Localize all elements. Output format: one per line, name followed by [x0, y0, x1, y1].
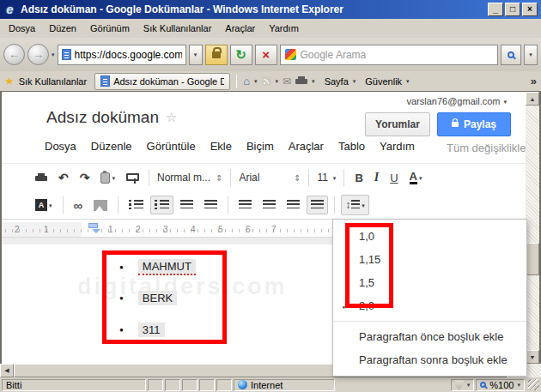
- docs-menu-araclar[interactable]: Araçlar: [289, 140, 324, 153]
- font-size-dropdown[interactable]: 11 ▾: [315, 168, 337, 187]
- page-menu[interactable]: Sayfa: [325, 76, 349, 87]
- ie-menu-yardim[interactable]: Yardım: [262, 21, 306, 36]
- stepper-icon: ⇕: [294, 173, 301, 183]
- add-space-before-item[interactable]: Paragraftan önce boşluk ekle: [333, 325, 526, 348]
- redo-button[interactable]: ↷: [76, 167, 94, 188]
- ie-menu-gorunum[interactable]: Görünüm: [83, 21, 137, 36]
- star-outline-icon[interactable]: ☆: [166, 110, 177, 125]
- ie-menu-sik-kullanilanlar[interactable]: Sık Kullanılanlar: [137, 21, 219, 36]
- home-dropdown-icon[interactable]: ▾: [254, 78, 258, 84]
- italic-button[interactable]: I: [370, 166, 383, 189]
- url-text[interactable]: https://docs.google.com: [75, 49, 182, 61]
- lock-icon: [212, 51, 221, 58]
- docs-menu-bar: Dosya Düzenle Görüntüle Ekle Biçim Araçl…: [45, 140, 415, 153]
- vertical-scroll-thumb[interactable]: [526, 243, 539, 275]
- justify-button[interactable]: [307, 196, 328, 214]
- security-lock-button[interactable]: [205, 45, 228, 65]
- address-bar[interactable]: https://docs.google.com: [58, 45, 186, 65]
- search-button[interactable]: [501, 45, 521, 65]
- document-title[interactable]: Adsız doküman ☆: [46, 108, 177, 127]
- increase-indent-button[interactable]: [200, 196, 222, 214]
- scroll-down-button[interactable]: ▼: [526, 350, 539, 364]
- highlight-color-button[interactable]: A▾: [31, 195, 57, 215]
- share-button[interactable]: Paylaş: [437, 112, 511, 136]
- insert-image-button[interactable]: [89, 196, 112, 215]
- account-menu[interactable]: varslan76@gmail.com ▾: [406, 96, 507, 106]
- print-button[interactable]: [31, 169, 52, 187]
- undo-button[interactable]: ↶: [54, 167, 73, 188]
- docs-menu-tablo[interactable]: Tablo: [338, 140, 365, 153]
- rss-icon[interactable]: [262, 76, 271, 86]
- refresh-button[interactable]: ↻: [230, 45, 252, 65]
- security-menu[interactable]: Güvenlik: [365, 76, 402, 87]
- forward-button[interactable]: →: [27, 44, 49, 65]
- paint-format-button[interactable]: [122, 168, 143, 188]
- stop-button[interactable]: ×: [255, 45, 277, 65]
- search-options-button[interactable]: ▾: [524, 45, 538, 65]
- docs-menu-dosya[interactable]: Dosya: [45, 140, 76, 153]
- address-dropdown-button[interactable]: ▾: [189, 45, 203, 65]
- page-menu-caret[interactable]: ▾: [353, 78, 356, 84]
- ie-menu-araclar[interactable]: Araçlar: [218, 21, 262, 36]
- rss-dropdown-icon[interactable]: ▾: [276, 78, 279, 84]
- docs-menu-ekle[interactable]: Ekle: [210, 140, 232, 153]
- window-title: Adsız doküman - Google Dokümanlar - Wind…: [21, 3, 483, 15]
- ie-menu-duzen[interactable]: Düzen: [42, 21, 83, 36]
- document-title-text[interactable]: Adsız doküman: [46, 108, 159, 127]
- resize-grip[interactable]: [528, 379, 539, 390]
- vertical-scrollbar[interactable]: ▲ ▼: [526, 92, 539, 364]
- maximize-button[interactable]: □: [505, 3, 520, 16]
- comments-button[interactable]: Yorumlar: [365, 112, 430, 136]
- favorites-star-icon[interactable]: ★: [4, 75, 15, 87]
- margin-marker[interactable]: [88, 223, 98, 228]
- toolbar-overflow-icon[interactable]: »: [531, 75, 537, 87]
- history-dropdown-icon[interactable]: ▾: [52, 51, 55, 57]
- docs-menu-yardim[interactable]: Yardım: [380, 140, 415, 153]
- security-menu-caret[interactable]: ▾: [406, 78, 410, 84]
- line-spacing-icon: ↕: [345, 199, 360, 211]
- divider: [118, 196, 119, 214]
- text-color-button[interactable]: A▾: [405, 167, 427, 189]
- add-space-after-item[interactable]: Paragraftan sonra boşluk ekle: [333, 348, 526, 371]
- print-icon[interactable]: [295, 76, 307, 86]
- indent-marker[interactable]: [92, 229, 100, 238]
- bold-button[interactable]: B: [350, 167, 367, 189]
- scroll-up-button[interactable]: ▲: [526, 92, 539, 106]
- share-button-label: Paylaş: [464, 118, 496, 130]
- back-button[interactable]: ←: [3, 44, 25, 65]
- close-button[interactable]: ×: [522, 3, 538, 16]
- font-dropdown[interactable]: Arial ⇕: [237, 168, 302, 187]
- protected-mode-button[interactable]: ▾: [451, 379, 475, 391]
- bulleted-list-button[interactable]: [150, 196, 173, 214]
- numbered-list-button[interactable]: [125, 196, 148, 214]
- align-right-button[interactable]: [283, 196, 304, 214]
- paste-format-button[interactable]: ▾: [96, 168, 119, 188]
- ie-menu-dosya[interactable]: Dosya: [2, 21, 42, 36]
- menu-separator: [333, 321, 526, 322]
- shield-icon: [455, 380, 464, 390]
- underline-button[interactable]: U: [386, 167, 402, 189]
- mail-icon[interactable]: ✉: [283, 75, 291, 87]
- scroll-left-button[interactable]: ◀: [0, 364, 14, 377]
- align-left-button[interactable]: [234, 196, 256, 214]
- print-dropdown-icon[interactable]: ▾: [312, 78, 315, 84]
- docs-menu-bicim[interactable]: Biçim: [246, 140, 274, 153]
- home-icon[interactable]: ⌂: [243, 75, 250, 87]
- zoom-control[interactable]: %100 ▾: [476, 379, 525, 391]
- insert-link-button[interactable]: ∞: [70, 195, 88, 216]
- status-bar: Bitti Internet ▾ %100 ▾: [0, 377, 541, 392]
- docs-menu-duzenle[interactable]: Düzenle: [91, 140, 132, 153]
- line-spacing-button[interactable]: ↕ ▾: [341, 195, 369, 215]
- image-icon: [94, 200, 107, 211]
- minimize-button[interactable]: _: [488, 3, 503, 16]
- paint-roller-icon: [126, 172, 138, 184]
- ruler-number: 7: [271, 225, 277, 234]
- align-center-button[interactable]: [258, 196, 280, 214]
- favorites-label[interactable]: Sık Kullanılanlar: [19, 76, 88, 87]
- decrease-indent-button[interactable]: [176, 196, 198, 214]
- docs-menu-goruntule[interactable]: Görüntüle: [147, 140, 196, 153]
- search-input[interactable]: Google Arama: [280, 45, 498, 65]
- styles-dropdown[interactable]: Normal m... ⇕: [155, 168, 224, 187]
- browser-tab[interactable]: Adsız doküman - Google D...: [94, 73, 230, 90]
- chevron-down-icon: ▾: [419, 175, 422, 181]
